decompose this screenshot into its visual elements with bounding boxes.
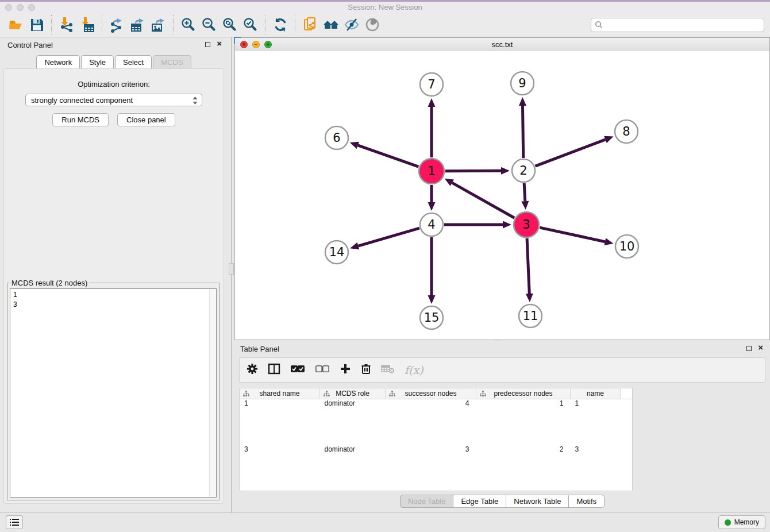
clone-network-icon[interactable]	[300, 14, 321, 35]
edge-3-10[interactable]	[540, 228, 605, 242]
status-bar: Memory	[0, 512, 770, 532]
memory-status-dot	[725, 519, 731, 526]
bird-eye-view-icon[interactable]	[362, 14, 383, 35]
list-icon	[10, 518, 19, 526]
tab-network[interactable]: Network	[36, 55, 80, 68]
tab-motifs[interactable]: Motifs	[569, 495, 605, 508]
panel-splitter[interactable]	[231, 37, 232, 513]
graph-node-label: 4	[428, 218, 435, 232]
tab-edge-table[interactable]: Edge Table	[453, 495, 506, 508]
export-table-icon[interactable]	[128, 14, 148, 35]
edge-2-8[interactable]	[536, 140, 606, 166]
edge-4-14[interactable]	[358, 228, 419, 246]
network-window-titlebar[interactable]: × − + scc.txt	[235, 38, 769, 52]
zoom-out-icon[interactable]	[199, 14, 220, 35]
export-image-icon[interactable]	[148, 14, 169, 35]
table-cell: dominator	[320, 445, 386, 491]
settings-gear-icon[interactable]	[247, 363, 258, 377]
table-cell: 1	[476, 399, 571, 445]
hide-graphics-details-icon[interactable]	[341, 14, 362, 35]
table-row[interactable]: 3dominator323	[240, 445, 633, 491]
network-graph: 7968124314101511	[235, 51, 769, 340]
float-panel-icon[interactable]	[205, 42, 210, 47]
search-icon	[595, 21, 603, 29]
splitter-handle[interactable]	[229, 263, 234, 275]
criterion-value: strongly connected component	[31, 96, 133, 105]
zoom-in-icon[interactable]	[178, 14, 199, 35]
add-column-icon[interactable]	[340, 363, 351, 377]
function-builder-icon: f(x)	[405, 364, 424, 376]
import-table-icon[interactable]	[77, 14, 98, 35]
tab-network-table[interactable]: Network Table	[506, 495, 569, 508]
close-panel-icon[interactable]: ×	[217, 38, 222, 49]
save-session-icon[interactable]	[26, 14, 47, 35]
graph-node-label: 11	[523, 309, 538, 323]
edge-1-2[interactable]	[445, 171, 501, 171]
table-cell: dominator	[320, 399, 386, 445]
graph-node-label: 7	[428, 78, 435, 91]
import-network-icon[interactable]	[56, 14, 77, 35]
edge-3-11[interactable]	[527, 238, 529, 294]
graph-node-label: 2	[519, 164, 527, 178]
edge-arrowhead	[428, 295, 436, 304]
refresh-layout-icon[interactable]	[270, 14, 291, 35]
run-mcds-button[interactable]: Run MCDS	[52, 113, 109, 126]
column-header-mcds-role[interactable]: MCDS role	[320, 388, 386, 399]
zoom-selected-icon[interactable]	[240, 14, 261, 35]
zoom-fit-icon[interactable]	[220, 14, 240, 35]
column-header-successor-nodes[interactable]: successor nodes	[386, 388, 476, 399]
column-header-predecessor-nodes[interactable]: predecessor nodes	[476, 388, 571, 399]
result-item[interactable]: 3	[13, 300, 213, 310]
tab-node-table[interactable]: Node Table	[400, 495, 454, 508]
column-header-shared-name[interactable]: shared name	[240, 388, 320, 399]
column-header-name[interactable]: name	[571, 388, 621, 399]
table-cell: 1	[571, 399, 621, 445]
close-panel-button[interactable]: Close panel	[117, 113, 175, 126]
edge-1-6[interactable]	[358, 145, 419, 167]
table-panel-title: Table Panel	[240, 345, 279, 353]
control-panel-title: Control Panel	[7, 41, 53, 49]
network-canvas[interactable]: 7968124314101511	[235, 51, 769, 340]
mcds-result-list[interactable]: 13	[10, 288, 217, 498]
search-box[interactable]	[591, 18, 764, 32]
edge-2-9[interactable]	[523, 106, 523, 158]
table-header-row: shared name MCDS role successor nodes pr…	[240, 388, 633, 399]
table-close-panel-icon[interactable]: ×	[758, 342, 763, 353]
toolbar-separator	[265, 15, 266, 34]
criterion-dropdown[interactable]: strongly connected component	[25, 94, 202, 106]
export-network-icon[interactable]	[107, 14, 128, 35]
table-panel: Table Panel × f(x) share	[234, 341, 770, 513]
task-history-button[interactable]	[6, 515, 23, 529]
graph-node-label: 8	[622, 125, 630, 138]
delete-column-icon[interactable]	[361, 363, 371, 377]
apply-layout-icon[interactable]	[321, 14, 341, 35]
table-cell: 4	[386, 399, 476, 445]
search-input[interactable]	[605, 20, 760, 29]
table-float-panel-icon[interactable]	[746, 346, 752, 351]
column-header-filler	[621, 388, 633, 399]
table-toolbar: f(x)	[239, 357, 765, 383]
edge-2-3[interactable]	[524, 183, 525, 201]
tab-select[interactable]: Select	[115, 55, 152, 68]
app-titlebar: Session: New Session	[0, 0, 770, 13]
unselect-all-columns-icon[interactable]	[315, 364, 330, 376]
toolbar-separator	[173, 15, 174, 34]
tab-style[interactable]: Style	[81, 55, 114, 68]
table-row[interactable]: 1dominator411	[240, 399, 633, 445]
edge-3-1[interactable]	[452, 183, 514, 218]
result-item[interactable]: 1	[13, 290, 213, 300]
result-scrollbar[interactable]	[209, 289, 216, 497]
graph-node-label: 14	[329, 245, 345, 259]
memory-button[interactable]: Memory	[718, 515, 765, 529]
mcds-panel-body: Optimization criterion: strongly connect…	[3, 68, 224, 504]
edge-arrowhead	[501, 167, 510, 175]
control-panel: Control Panel × Network Style Select MCD…	[0, 37, 228, 513]
tab-mcds[interactable]: MCDS	[153, 55, 191, 68]
open-session-icon[interactable]	[6, 14, 26, 35]
show-columns-icon[interactable]	[268, 363, 280, 377]
graph-node-label: 9	[518, 76, 526, 90]
delete-table-icon	[381, 364, 395, 376]
table-cell: 3	[240, 445, 320, 491]
select-all-columns-icon[interactable]	[290, 364, 305, 376]
table-cell: 3	[386, 445, 476, 491]
